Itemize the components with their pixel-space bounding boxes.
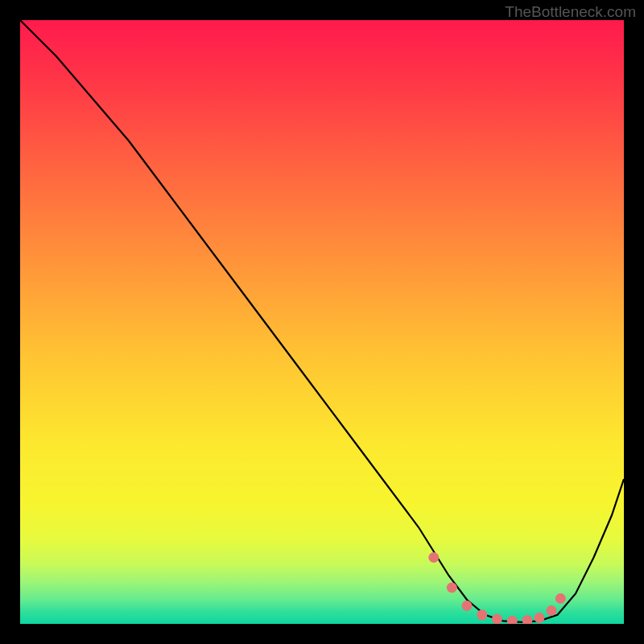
marker-dot <box>522 615 533 624</box>
marker-dot <box>447 583 457 593</box>
curve-layer <box>20 20 624 624</box>
marker-dot <box>555 593 566 604</box>
marker-dot <box>428 552 439 563</box>
plot-area <box>20 20 624 624</box>
chart-container: TheBottleneck.com <box>0 0 644 644</box>
marker-dot <box>492 614 502 625</box>
marker-dot <box>507 616 518 624</box>
marker-dot <box>547 605 557 616</box>
marker-dot <box>477 609 487 620</box>
marker-dots <box>428 552 566 624</box>
bottleneck-curve <box>20 20 624 622</box>
watermark-text: TheBottleneck.com <box>505 3 636 21</box>
marker-dot <box>535 613 545 623</box>
marker-dot <box>462 601 473 611</box>
